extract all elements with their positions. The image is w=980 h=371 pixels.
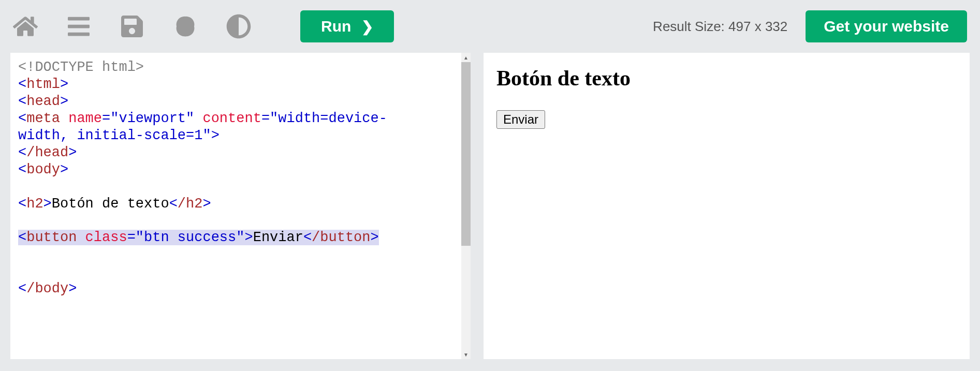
- code-token: <: [18, 281, 26, 296]
- chevron-right-icon: ❯: [361, 18, 373, 35]
- code-token: <: [18, 230, 26, 245]
- code-token: /button: [312, 230, 370, 245]
- code-token: <: [169, 196, 178, 212]
- code-token: <: [18, 162, 26, 177]
- editor-pane: <!DOCTYPE html> <html> <head> <meta name…: [10, 53, 471, 359]
- code-editor[interactable]: <!DOCTYPE html> <html> <head> <meta name…: [10, 53, 471, 359]
- toolbar-left: Run ❯: [13, 10, 394, 42]
- result-size-label: Result Size: 497 x 332: [653, 19, 787, 35]
- code-token: /body: [26, 281, 68, 296]
- result-submit-button[interactable]: Enviar: [496, 110, 545, 129]
- rotate-icon[interactable]: [173, 14, 198, 39]
- panes: <!DOCTYPE html> <html> <head> <meta name…: [0, 53, 980, 369]
- save-icon[interactable]: [120, 14, 144, 39]
- run-button-label: Run: [321, 18, 351, 35]
- theme-icon[interactable]: [226, 14, 251, 39]
- code-token: "btn success": [136, 230, 245, 245]
- toolbar: Run ❯ Result Size: 497 x 332 Get your we…: [0, 0, 980, 53]
- code-token: width, initial-scale=1": [18, 128, 211, 143]
- code-token: >: [60, 77, 68, 92]
- code-token: >: [68, 281, 77, 296]
- code-token: "viewport": [110, 111, 194, 126]
- toolbar-right: Result Size: 497 x 332 Get your website: [653, 10, 967, 42]
- scrollbar[interactable]: ▲ ▼: [461, 53, 471, 359]
- code-token: >: [202, 196, 211, 212]
- code-token: body: [26, 162, 60, 177]
- scroll-down-icon[interactable]: ▼: [461, 350, 471, 359]
- code-token: <: [18, 94, 26, 109]
- menu-icon[interactable]: [66, 14, 91, 39]
- scrollbar-thumb[interactable]: [461, 62, 471, 246]
- svg-rect-1: [175, 15, 196, 38]
- code-token: <: [303, 230, 312, 245]
- code-token: =: [261, 111, 270, 126]
- code-token: Enviar: [253, 230, 303, 245]
- code-token: >: [371, 230, 379, 245]
- code-token: button: [26, 230, 77, 245]
- code-token: Botón de texto: [52, 196, 169, 212]
- code-token: <: [18, 196, 26, 212]
- home-icon[interactable]: [13, 14, 38, 39]
- result-pane: Botón de texto Enviar: [484, 53, 970, 359]
- code-token: >: [211, 128, 220, 143]
- code-token: content: [194, 111, 261, 126]
- code-token: head: [26, 94, 60, 109]
- code-token: >: [43, 196, 52, 212]
- code-token: <: [18, 77, 26, 92]
- run-button[interactable]: Run ❯: [300, 10, 394, 42]
- code-token: >: [60, 162, 68, 177]
- code-token: >: [60, 94, 68, 109]
- code-token: >: [244, 230, 253, 245]
- code-token: "width=device-: [270, 111, 387, 126]
- code-token: name: [60, 111, 102, 126]
- code-token: html: [26, 77, 60, 92]
- code-token: =: [102, 111, 110, 126]
- code-token: >: [68, 145, 77, 160]
- code-token: meta: [26, 111, 60, 126]
- code-token: h2: [26, 196, 43, 212]
- code-token: /h2: [178, 196, 203, 212]
- code-token: <: [18, 111, 26, 126]
- code-token: <: [18, 145, 26, 160]
- code-token: <!DOCTYPE html>: [18, 60, 144, 75]
- get-website-button[interactable]: Get your website: [806, 10, 967, 42]
- result-heading: Botón de texto: [496, 66, 957, 91]
- scroll-up-icon[interactable]: ▲: [461, 53, 471, 62]
- code-token: /head: [26, 145, 68, 160]
- code-token: =: [127, 230, 136, 245]
- code-token: class: [77, 230, 127, 245]
